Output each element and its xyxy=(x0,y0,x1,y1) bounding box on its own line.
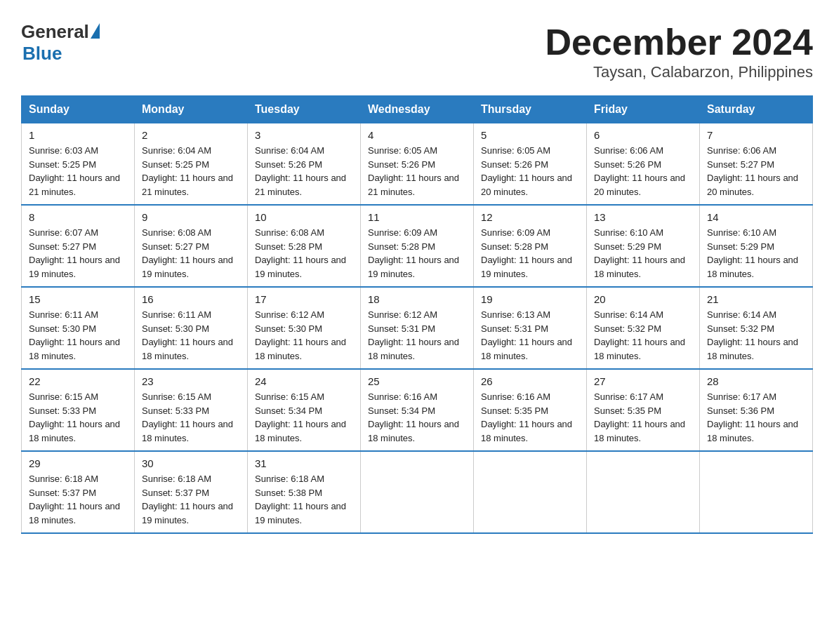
calendar-week-row: 15 Sunrise: 6:11 AM Sunset: 5:30 PM Dayl… xyxy=(22,287,813,369)
day-number: 10 xyxy=(255,211,353,223)
day-number: 27 xyxy=(594,375,692,387)
day-info: Sunrise: 6:17 AM Sunset: 5:35 PM Dayligh… xyxy=(594,390,692,445)
day-number: 26 xyxy=(481,375,579,387)
calendar-day-cell: 9 Sunrise: 6:08 AM Sunset: 5:27 PM Dayli… xyxy=(135,205,248,287)
day-info: Sunrise: 6:18 AM Sunset: 5:37 PM Dayligh… xyxy=(29,472,127,527)
daylight-label: Daylight: 11 hours and 18 minutes. xyxy=(255,337,346,361)
sunset-label: Sunset: 5:31 PM xyxy=(368,323,435,334)
calendar-day-cell: 2 Sunrise: 6:04 AM Sunset: 5:25 PM Dayli… xyxy=(135,123,248,206)
calendar-day-cell xyxy=(361,451,474,533)
day-number: 18 xyxy=(368,293,466,305)
daylight-label: Daylight: 11 hours and 18 minutes. xyxy=(481,419,572,443)
day-number: 23 xyxy=(142,375,240,387)
sunrise-label: Sunrise: 6:17 AM xyxy=(707,391,776,402)
day-info: Sunrise: 6:10 AM Sunset: 5:29 PM Dayligh… xyxy=(594,226,692,281)
calendar-day-cell: 31 Sunrise: 6:18 AM Sunset: 5:38 PM Dayl… xyxy=(248,451,361,533)
day-number: 21 xyxy=(707,293,805,305)
calendar-day-cell: 13 Sunrise: 6:10 AM Sunset: 5:29 PM Dayl… xyxy=(587,205,700,287)
sunrise-label: Sunrise: 6:15 AM xyxy=(255,391,324,402)
sunrise-label: Sunrise: 6:04 AM xyxy=(255,145,324,156)
sunset-label: Sunset: 5:35 PM xyxy=(481,405,548,416)
page-subtitle: Taysan, Calabarzon, Philippines xyxy=(545,63,813,81)
sunset-label: Sunset: 5:38 PM xyxy=(255,488,322,498)
sunset-label: Sunset: 5:32 PM xyxy=(707,323,774,334)
day-info: Sunrise: 6:08 AM Sunset: 5:27 PM Dayligh… xyxy=(142,226,240,281)
daylight-label: Daylight: 11 hours and 18 minutes. xyxy=(29,419,120,443)
daylight-label: Daylight: 11 hours and 19 minutes. xyxy=(142,255,233,279)
sunrise-label: Sunrise: 6:12 AM xyxy=(255,309,324,320)
sunset-label: Sunset: 5:28 PM xyxy=(368,241,435,252)
calendar-day-cell: 18 Sunrise: 6:12 AM Sunset: 5:31 PM Dayl… xyxy=(361,287,474,369)
day-number: 13 xyxy=(594,211,692,223)
day-info: Sunrise: 6:05 AM Sunset: 5:26 PM Dayligh… xyxy=(481,144,579,199)
sunset-label: Sunset: 5:26 PM xyxy=(255,159,322,170)
daylight-label: Daylight: 11 hours and 19 minutes. xyxy=(368,255,459,279)
day-number: 11 xyxy=(368,211,466,223)
daylight-label: Daylight: 11 hours and 19 minutes. xyxy=(255,255,346,279)
sunset-label: Sunset: 5:26 PM xyxy=(481,159,548,170)
sunset-label: Sunset: 5:30 PM xyxy=(29,323,96,334)
calendar-day-cell: 12 Sunrise: 6:09 AM Sunset: 5:28 PM Dayl… xyxy=(474,205,587,287)
calendar-day-cell xyxy=(587,451,700,533)
calendar-day-cell xyxy=(700,451,813,533)
day-number: 31 xyxy=(255,457,353,469)
daylight-label: Daylight: 11 hours and 18 minutes. xyxy=(594,337,685,361)
day-number: 28 xyxy=(707,375,805,387)
sunset-label: Sunset: 5:27 PM xyxy=(707,159,774,170)
calendar-day-cell: 14 Sunrise: 6:10 AM Sunset: 5:29 PM Dayl… xyxy=(700,205,813,287)
calendar-day-cell: 21 Sunrise: 6:14 AM Sunset: 5:32 PM Dayl… xyxy=(700,287,813,369)
sunrise-label: Sunrise: 6:18 AM xyxy=(142,474,211,484)
sunrise-label: Sunrise: 6:05 AM xyxy=(368,145,437,156)
sunset-label: Sunset: 5:36 PM xyxy=(707,405,774,416)
daylight-label: Daylight: 11 hours and 18 minutes. xyxy=(481,337,572,361)
page-header: General Blue December 2024 Taysan, Calab… xyxy=(21,21,813,81)
weekday-header-thursday: Thursday xyxy=(474,96,587,123)
sunrise-label: Sunrise: 6:06 AM xyxy=(594,145,663,156)
daylight-label: Daylight: 11 hours and 19 minutes. xyxy=(255,501,346,525)
day-number: 30 xyxy=(142,457,240,469)
day-info: Sunrise: 6:16 AM Sunset: 5:34 PM Dayligh… xyxy=(368,390,466,445)
day-info: Sunrise: 6:03 AM Sunset: 5:25 PM Dayligh… xyxy=(29,144,127,199)
sunset-label: Sunset: 5:25 PM xyxy=(29,159,96,170)
day-info: Sunrise: 6:04 AM Sunset: 5:26 PM Dayligh… xyxy=(255,144,353,199)
day-number: 9 xyxy=(142,211,240,223)
sunset-label: Sunset: 5:25 PM xyxy=(142,159,209,170)
calendar-day-cell: 24 Sunrise: 6:15 AM Sunset: 5:34 PM Dayl… xyxy=(248,369,361,451)
calendar-day-cell: 3 Sunrise: 6:04 AM Sunset: 5:26 PM Dayli… xyxy=(248,123,361,206)
daylight-label: Daylight: 11 hours and 18 minutes. xyxy=(29,501,120,525)
sunset-label: Sunset: 5:31 PM xyxy=(481,323,548,334)
weekday-header-saturday: Saturday xyxy=(700,96,813,123)
day-number: 12 xyxy=(481,211,579,223)
day-info: Sunrise: 6:09 AM Sunset: 5:28 PM Dayligh… xyxy=(368,226,466,281)
day-info: Sunrise: 6:15 AM Sunset: 5:33 PM Dayligh… xyxy=(142,390,240,445)
calendar-day-cell: 19 Sunrise: 6:13 AM Sunset: 5:31 PM Dayl… xyxy=(474,287,587,369)
sunset-label: Sunset: 5:37 PM xyxy=(142,488,209,498)
day-info: Sunrise: 6:15 AM Sunset: 5:33 PM Dayligh… xyxy=(29,390,127,445)
page-title: December 2024 xyxy=(545,21,813,63)
weekday-header-wednesday: Wednesday xyxy=(361,96,474,123)
day-number: 24 xyxy=(255,375,353,387)
calendar-week-row: 22 Sunrise: 6:15 AM Sunset: 5:33 PM Dayl… xyxy=(22,369,813,451)
sunrise-label: Sunrise: 6:13 AM xyxy=(481,309,550,320)
sunrise-label: Sunrise: 6:15 AM xyxy=(142,391,211,402)
calendar-day-cell: 8 Sunrise: 6:07 AM Sunset: 5:27 PM Dayli… xyxy=(22,205,135,287)
calendar-day-cell: 25 Sunrise: 6:16 AM Sunset: 5:34 PM Dayl… xyxy=(361,369,474,451)
daylight-label: Daylight: 11 hours and 18 minutes. xyxy=(594,419,685,443)
calendar-day-cell: 7 Sunrise: 6:06 AM Sunset: 5:27 PM Dayli… xyxy=(700,123,813,206)
weekday-header-tuesday: Tuesday xyxy=(248,96,361,123)
calendar-week-row: 8 Sunrise: 6:07 AM Sunset: 5:27 PM Dayli… xyxy=(22,205,813,287)
daylight-label: Daylight: 11 hours and 18 minutes. xyxy=(707,337,798,361)
calendar-day-cell: 4 Sunrise: 6:05 AM Sunset: 5:26 PM Dayli… xyxy=(361,123,474,206)
logo-blue-text: Blue xyxy=(22,43,62,65)
calendar-day-cell xyxy=(474,451,587,533)
sunset-label: Sunset: 5:29 PM xyxy=(594,241,661,252)
calendar-day-cell: 27 Sunrise: 6:17 AM Sunset: 5:35 PM Dayl… xyxy=(587,369,700,451)
sunset-label: Sunset: 5:30 PM xyxy=(255,323,322,334)
weekday-header-row: SundayMondayTuesdayWednesdayThursdayFrid… xyxy=(22,96,813,123)
daylight-label: Daylight: 11 hours and 18 minutes. xyxy=(255,419,346,443)
daylight-label: Daylight: 11 hours and 18 minutes. xyxy=(594,255,685,279)
sunrise-label: Sunrise: 6:05 AM xyxy=(481,145,550,156)
calendar-day-cell: 11 Sunrise: 6:09 AM Sunset: 5:28 PM Dayl… xyxy=(361,205,474,287)
sunrise-label: Sunrise: 6:09 AM xyxy=(481,227,550,238)
logo-arrow-icon xyxy=(91,23,100,39)
